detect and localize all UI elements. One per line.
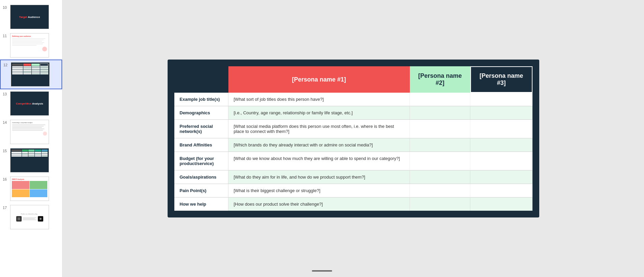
cell-demographics-p3 bbox=[470, 106, 532, 120]
cell-social-p1: [What social media platform does this pe… bbox=[228, 120, 410, 138]
cell-social-p2 bbox=[410, 120, 470, 138]
table-row: Brand Affinities [Which brands do they a… bbox=[174, 138, 532, 152]
slide-indicator bbox=[312, 263, 332, 273]
slide-item-11[interactable]: 11 Defining your audience bbox=[0, 31, 62, 60]
persona3-header: [Persona name #3] bbox=[470, 66, 532, 93]
slide-number-10: 10 bbox=[3, 5, 8, 9]
row-label-how-we-help: How we help bbox=[174, 198, 228, 211]
slide-item-13[interactable]: 13 Competitive Analysis bbox=[0, 89, 62, 118]
slide-item-17[interactable]: 17 Pardon our shameless plug... bbox=[0, 203, 62, 231]
cell-budget-p2 bbox=[410, 152, 470, 170]
persona-table-container: [Persona name #1] [Persona name #2] [Per… bbox=[168, 60, 539, 217]
cell-job-title-p3 bbox=[470, 93, 532, 106]
cell-help-p1: [How does our product solve their challe… bbox=[228, 198, 410, 211]
cell-goals-p2 bbox=[410, 170, 470, 184]
slide-number-12: 12 bbox=[3, 62, 9, 67]
row-label-pain-points: Pain Point(s) bbox=[174, 184, 228, 198]
slide-thumbnail-17: Pardon our shameless plug... bbox=[10, 205, 49, 229]
row-label-budget: Budget (for your product/service) bbox=[174, 152, 228, 170]
row-label-social-network: Preferred social network(s) bbox=[174, 120, 228, 138]
cell-help-p3 bbox=[470, 198, 532, 211]
cell-demographics-p2 bbox=[410, 106, 470, 120]
persona2-header: [Persona name #2] bbox=[410, 66, 470, 93]
slide-thumbnail-10: Target Audience bbox=[10, 5, 49, 29]
slide-thumbnail-11: Defining your audience bbox=[10, 33, 49, 57]
cell-budget-p3 bbox=[470, 152, 532, 170]
slide-thumbnail-12 bbox=[11, 62, 50, 87]
slide-number-13: 13 bbox=[3, 91, 8, 96]
slide-number-14: 14 bbox=[3, 120, 8, 124]
persona-comparison-table: [Persona name #1] [Persona name #2] [Per… bbox=[174, 66, 532, 211]
cell-goals-p3 bbox=[470, 170, 532, 184]
cell-brand-p2 bbox=[410, 138, 470, 152]
row-label-job-title: Example job title(s) bbox=[174, 93, 228, 106]
header-empty-cell bbox=[174, 66, 228, 93]
slide-number-16: 16 bbox=[3, 177, 8, 181]
cell-brand-p1: [Which brands do they already interact w… bbox=[228, 138, 410, 152]
table-row: Example job title(s) [What sort of job t… bbox=[174, 93, 532, 106]
table-row: Demographics [i.e., Country, age range, … bbox=[174, 106, 532, 120]
cell-job-title-p2 bbox=[410, 93, 470, 106]
slide-item-12[interactable]: 12 bbox=[0, 60, 62, 89]
slide-item-16[interactable]: 16 SWOT Analysis bbox=[0, 175, 62, 203]
slide-thumbnail-14: Conducting a competitive analysis bbox=[10, 120, 49, 144]
cell-demographics-p1: [i.e., Country, age range, relationship … bbox=[228, 106, 410, 120]
slide-panel: 10 Target Audience 11 Defining your audi… bbox=[0, 0, 63, 277]
cell-social-p3 bbox=[470, 120, 532, 138]
slide-item-10[interactable]: 10 Target Audience bbox=[0, 3, 62, 31]
cell-brand-p3 bbox=[470, 138, 532, 152]
slide-thumbnail-13: Competitive Analysis bbox=[10, 91, 49, 116]
table-row: How we help [How does our product solve … bbox=[174, 198, 532, 211]
slide-thumbnail-16: SWOT Analysis bbox=[10, 177, 49, 201]
cell-help-p2 bbox=[410, 198, 470, 211]
main-slide-area: [Persona name #1] [Persona name #2] [Per… bbox=[63, 0, 644, 277]
cell-pain-p2 bbox=[410, 184, 470, 198]
slide-number-15: 15 bbox=[3, 148, 8, 153]
row-label-demographics: Demographics bbox=[174, 106, 228, 120]
row-label-goals: Goals/aspirations bbox=[174, 170, 228, 184]
persona1-header: [Persona name #1] bbox=[228, 66, 410, 93]
row-label-brand-affinities: Brand Affinities bbox=[174, 138, 228, 152]
table-row: Goals/aspirations [What do they aim for … bbox=[174, 170, 532, 184]
cell-job-title-p1: [What sort of job titles does this perso… bbox=[228, 93, 410, 106]
slide-thumbnail-15 bbox=[10, 148, 49, 172]
indicator-bar bbox=[312, 270, 332, 272]
cell-pain-p3 bbox=[470, 184, 532, 198]
table-row: Pain Point(s) [What is their biggest cha… bbox=[174, 184, 532, 198]
cell-budget-p1: [What do we know about how much they are… bbox=[228, 152, 410, 170]
slide-item-15[interactable]: 15 bbox=[0, 146, 62, 175]
cell-goals-p1: [What do they aim for in life, and how d… bbox=[228, 170, 410, 184]
slide-item-14[interactable]: 14 Conducting a competitive analysis bbox=[0, 118, 62, 146]
cell-pain-p1: [What is their biggest challenge or stru… bbox=[228, 184, 410, 198]
slide-number-11: 11 bbox=[3, 33, 8, 38]
table-row: Preferred social network(s) [What social… bbox=[174, 120, 532, 138]
table-row: Budget (for your product/service) [What … bbox=[174, 152, 532, 170]
slide-number-17: 17 bbox=[3, 205, 8, 210]
